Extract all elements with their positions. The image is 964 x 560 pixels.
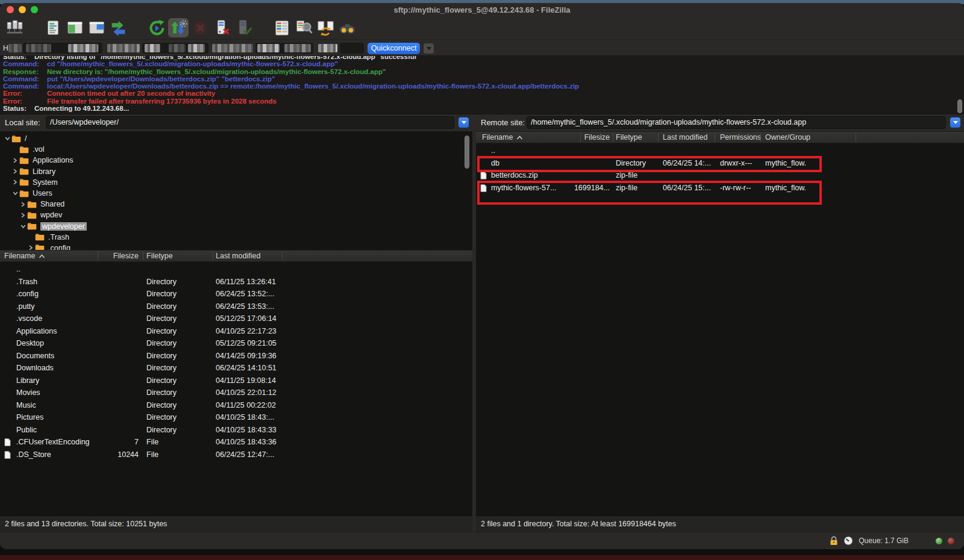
password-input-redacted[interactable]: [255, 43, 313, 54]
local-site-path-input[interactable]: /Users/wpdeveloper/: [46, 116, 454, 129]
tree-item-applications[interactable]: Applications: [0, 155, 472, 166]
quickconnect-dropdown-button[interactable]: [424, 43, 434, 54]
port-input[interactable]: [340, 43, 364, 54]
find-files-button[interactable]: [337, 18, 357, 37]
cell-last-modified: 04/10/25 18:43:36: [216, 436, 277, 449]
column-divider[interactable]: [856, 133, 856, 142]
toggle-transfer-queue-button[interactable]: [108, 18, 128, 37]
tree-item-vol[interactable]: .vol: [0, 144, 472, 155]
file-row-vscode[interactable]: .vscodeDirectory05/12/25 17:06:14: [0, 313, 472, 325]
column-header-filesize[interactable]: Filesize: [559, 132, 610, 143]
column-divider[interactable]: [760, 133, 761, 142]
synchronized-browsing-button[interactable]: [315, 18, 336, 37]
tree-item-users[interactable]: Users: [0, 188, 472, 199]
column-label: Filetype: [146, 252, 173, 260]
chevron-down-icon[interactable]: [19, 224, 27, 229]
column-divider[interactable]: [98, 252, 98, 260]
cell-filetype: Directory: [146, 424, 177, 437]
host-input-redacted[interactable]: [23, 43, 102, 54]
tree-item-shared[interactable]: Shared: [0, 199, 472, 210]
file-row-trash[interactable]: .TrashDirectory06/11/25 13:26:41: [0, 276, 472, 288]
cell-last-modified: 05/12/25 09:21:05: [216, 337, 277, 350]
folder-icon: [35, 244, 45, 250]
tree-item-wpdev[interactable]: wpdev: [0, 210, 472, 220]
chevron-right-icon[interactable]: [19, 213, 27, 218]
cancel-operation-button[interactable]: [190, 18, 210, 37]
file-row-cfusertextencoding[interactable]: .CFUserTextEncoding7File04/10/25 18:43:3…: [0, 436, 472, 449]
tree-item-label: wpdev: [40, 211, 62, 219]
disconnect-server-button[interactable]: [211, 18, 232, 37]
directory-listing-filters-button[interactable]: [272, 18, 292, 37]
zoom-button[interactable]: [31, 6, 38, 13]
tree-scrollbar[interactable]: [465, 135, 469, 169]
chevron-right-icon[interactable]: [27, 245, 35, 250]
column-divider[interactable]: [282, 252, 283, 260]
toolbar-separator: [129, 28, 146, 28]
tree-item-wpdeveloper[interactable]: wpdeveloper: [0, 221, 472, 232]
column-header-permissions[interactable]: Permissions: [720, 132, 761, 143]
column-header-filesize[interactable]: Filesize: [98, 250, 139, 261]
file-row-desktop[interactable]: DesktopDirectory05/12/25 09:21:05: [0, 337, 472, 350]
cell-filename: Documents: [16, 350, 54, 362]
column-divider[interactable]: [580, 133, 581, 142]
quickconnect-button[interactable]: Quickconnect: [368, 43, 420, 54]
column-divider[interactable]: [213, 252, 213, 260]
tree-item-root[interactable]: /: [0, 133, 472, 144]
folder-icon: [19, 167, 30, 175]
remote-site-dropdown-button[interactable]: [950, 117, 960, 128]
tree-item-library[interactable]: Library: [0, 166, 472, 177]
column-header-filename[interactable]: Filename: [482, 132, 523, 143]
minimize-button[interactable]: [19, 6, 26, 13]
file-row-ds-store[interactable]: .DS_Store10244File06/24/25 12:47:...: [0, 449, 472, 461]
tree-item-system[interactable]: System: [0, 177, 472, 188]
file-row-pictures[interactable]: PicturesDirectory04/10/25 18:43:...: [0, 411, 472, 424]
file-row-config[interactable]: .configDirectory06/24/25 13:52:...: [0, 288, 472, 300]
log-scrollbar[interactable]: [957, 99, 962, 113]
column-header-last-modified[interactable]: Last modified: [216, 250, 260, 261]
column-header-filetype[interactable]: Filetype: [146, 250, 173, 261]
process-transfer-queue-button[interactable]: [168, 18, 189, 37]
file-row-music[interactable]: MusicDirectory04/11/25 00:22:02: [0, 399, 472, 412]
file-row-downloads[interactable]: DownloadsDirectory06/24/25 14:10:51: [0, 362, 472, 375]
tree-item-trash[interactable]: .Trash: [0, 232, 472, 243]
file-row-library[interactable]: LibraryDirectory04/11/25 19:08:14: [0, 375, 472, 387]
site-manager-button[interactable]: [4, 18, 25, 37]
file-row-public[interactable]: PublicDirectory04/10/25 18:43:33: [0, 424, 472, 437]
chevron-right-icon[interactable]: [11, 169, 19, 174]
file-row-parent-directory[interactable]: ..: [0, 263, 472, 276]
tree-item-config[interactable]: .config: [0, 243, 472, 250]
close-button[interactable]: [7, 6, 14, 13]
column-header-last-modified[interactable]: Last modified: [663, 132, 707, 143]
local-site-dropdown-button[interactable]: [459, 117, 469, 128]
chevron-right-icon[interactable]: [11, 158, 19, 163]
redaction-block: [169, 44, 186, 52]
file-row-applications[interactable]: ApplicationsDirectory04/10/25 22:17:23: [0, 325, 472, 338]
file-icon: [480, 172, 487, 179]
column-divider[interactable]: [613, 133, 613, 142]
column-divider[interactable]: [143, 252, 143, 260]
log-line-status: Status:Connecting to 49.12.243.68...: [0, 105, 956, 112]
file-row-putty[interactable]: .puttyDirectory06/24/25 13:53:...: [0, 300, 472, 313]
chevron-right-icon[interactable]: [11, 179, 19, 185]
remote-site-path-input[interactable]: /home/mythic_flowers_5/.xcloud/migration…: [527, 116, 946, 129]
column-divider[interactable]: [715, 133, 715, 142]
main-area: Local site: /Users/wpdeveloper/ /.volApp…: [0, 114, 964, 532]
toggle-remote-tree-button[interactable]: [86, 18, 107, 37]
toggle-local-tree-button[interactable]: [64, 18, 85, 37]
column-header-owner-group[interactable]: Owner/Group: [765, 132, 810, 143]
column-header-filename[interactable]: Filename: [4, 250, 45, 261]
speed-limit-gauge-icon[interactable]: [844, 536, 853, 546]
column-header-filetype[interactable]: Filetype: [616, 132, 642, 143]
toggle-message-log-button[interactable]: [43, 18, 63, 37]
reconnect-server-button[interactable]: [233, 18, 254, 37]
directory-comparison-button[interactable]: [293, 18, 314, 37]
chevron-down-icon[interactable]: [3, 136, 11, 141]
column-divider[interactable]: [658, 133, 659, 142]
chevron-down-icon[interactable]: [11, 191, 19, 196]
file-row-parent-directory[interactable]: ..: [476, 145, 964, 157]
chevron-right-icon[interactable]: [19, 202, 27, 207]
file-row-documents[interactable]: DocumentsDirectory04/14/25 09:19:36: [0, 350, 472, 362]
file-row-movies[interactable]: MoviesDirectory04/10/25 22:01:12: [0, 387, 472, 399]
refresh-file-lists-button[interactable]: [146, 18, 167, 37]
username-input-redacted[interactable]: [142, 43, 208, 54]
